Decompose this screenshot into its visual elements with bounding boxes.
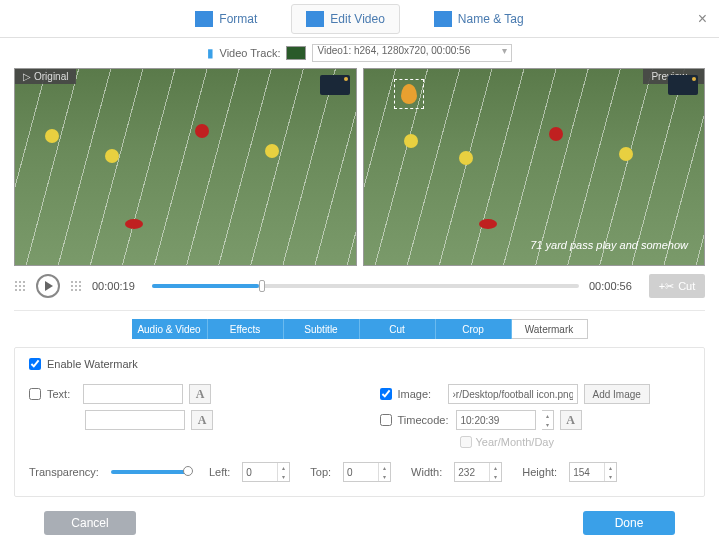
time-total: 00:00:56 xyxy=(589,280,639,292)
watermark-overlay[interactable] xyxy=(394,79,424,109)
preview-area: ▷Original Preview⌕ 71 yard pass play and… xyxy=(0,68,719,266)
height-input[interactable] xyxy=(570,463,604,481)
scissors-icon: +✂ xyxy=(659,280,674,293)
tab-format-label: Format xyxy=(219,12,257,26)
subtab-audio-video[interactable]: Audio & Video xyxy=(132,319,208,339)
font-button-1[interactable]: A xyxy=(189,384,211,404)
grid-icon-right[interactable] xyxy=(70,280,82,292)
name-tag-icon xyxy=(434,11,452,27)
subtab-subtitle[interactable]: Subtitle xyxy=(284,319,360,339)
enable-watermark-checkbox[interactable] xyxy=(29,358,41,370)
original-preview: ▷Original xyxy=(14,68,357,266)
tab-name-tag[interactable]: Name & Tag xyxy=(420,4,538,34)
top-tabs: Format Edit Video Name & Tag xyxy=(181,4,537,34)
font-button-2[interactable]: A xyxy=(191,410,213,430)
tab-edit-video[interactable]: Edit Video xyxy=(291,4,400,34)
left-input[interactable] xyxy=(243,463,277,481)
left-label: Left: xyxy=(209,466,230,478)
subtab-crop[interactable]: Crop xyxy=(436,319,512,339)
divider xyxy=(14,310,705,311)
sub-tabs: Audio & Video Effects Subtitle Cut Crop … xyxy=(0,319,719,339)
add-image-button[interactable]: Add Image xyxy=(584,384,650,404)
progress-thumb[interactable] xyxy=(259,280,265,292)
progress-bar[interactable] xyxy=(152,284,579,288)
playback-bar: 00:00:19 00:00:56 +✂Cut xyxy=(0,266,719,306)
tab-name-tag-label: Name & Tag xyxy=(458,12,524,26)
subtab-cut[interactable]: Cut xyxy=(360,319,436,339)
watermark-panel: Enable Watermark Text: A A Image: Add Im… xyxy=(14,347,705,497)
time-current: 00:00:19 xyxy=(92,280,142,292)
ymd-checkbox xyxy=(460,436,472,448)
height-spinner[interactable]: ▴▾ xyxy=(569,462,617,482)
video-track-label: Video Track: xyxy=(220,47,281,59)
text-input-2[interactable] xyxy=(85,410,185,430)
timecode-down[interactable]: ▾ xyxy=(542,420,553,429)
width-label: Width: xyxy=(411,466,442,478)
left-spinner[interactable]: ▴▾ xyxy=(242,462,290,482)
timecode-label: Timecode: xyxy=(398,414,450,426)
text-label: Text: xyxy=(47,388,77,400)
height-label: Height: xyxy=(522,466,557,478)
video-track-select[interactable]: Video1: h264, 1280x720, 00:00:56▾ xyxy=(312,44,512,62)
grid-icon-left[interactable] xyxy=(14,280,26,292)
play-icon: ▷ xyxy=(23,71,31,82)
footer: Cancel Done xyxy=(0,497,719,535)
preview-caption: 71 yard pass play and somehow xyxy=(530,239,688,251)
width-input[interactable] xyxy=(455,463,489,481)
text-checkbox[interactable] xyxy=(29,388,41,400)
timecode-checkbox[interactable] xyxy=(380,414,392,426)
width-spinner[interactable]: ▴▾ xyxy=(454,462,502,482)
timecode-input[interactable] xyxy=(456,410,536,430)
font-button-3[interactable]: A xyxy=(560,410,582,430)
edit-video-icon xyxy=(306,11,324,27)
image-label: Image: xyxy=(398,388,442,400)
tab-format[interactable]: Format xyxy=(181,4,271,34)
original-badge: ▷Original xyxy=(15,69,76,84)
cut-button[interactable]: +✂Cut xyxy=(649,274,705,298)
transparency-thumb[interactable] xyxy=(183,466,193,476)
video-track-bar: ▮ Video Track: Video1: h264, 1280x720, 0… xyxy=(0,38,719,68)
play-button[interactable] xyxy=(36,274,60,298)
sec-logo xyxy=(668,75,698,95)
subtab-effects[interactable]: Effects xyxy=(208,319,284,339)
header: Format Edit Video Name & Tag × xyxy=(0,0,719,38)
close-button[interactable]: × xyxy=(698,10,707,28)
timecode-up[interactable]: ▴ xyxy=(542,411,553,420)
transparency-slider[interactable] xyxy=(111,470,189,474)
top-label: Top: xyxy=(310,466,331,478)
format-icon xyxy=(195,11,213,27)
result-preview: Preview⌕ 71 yard pass play and somehow xyxy=(363,68,706,266)
transparency-label: Transparency: xyxy=(29,466,99,478)
sec-logo xyxy=(320,75,350,95)
top-input[interactable] xyxy=(344,463,378,481)
track-thumbnail xyxy=(286,46,306,60)
cancel-button[interactable]: Cancel xyxy=(44,511,136,535)
image-checkbox[interactable] xyxy=(380,388,392,400)
track-icon: ▮ xyxy=(207,46,214,60)
ymd-label: Year/Month/Day xyxy=(476,436,554,448)
enable-watermark-label: Enable Watermark xyxy=(47,358,138,370)
text-input-1[interactable] xyxy=(83,384,183,404)
image-path-input[interactable] xyxy=(448,384,578,404)
subtab-watermark[interactable]: Watermark xyxy=(512,319,588,339)
top-spinner[interactable]: ▴▾ xyxy=(343,462,391,482)
tab-edit-label: Edit Video xyxy=(330,12,385,26)
done-button[interactable]: Done xyxy=(583,511,675,535)
